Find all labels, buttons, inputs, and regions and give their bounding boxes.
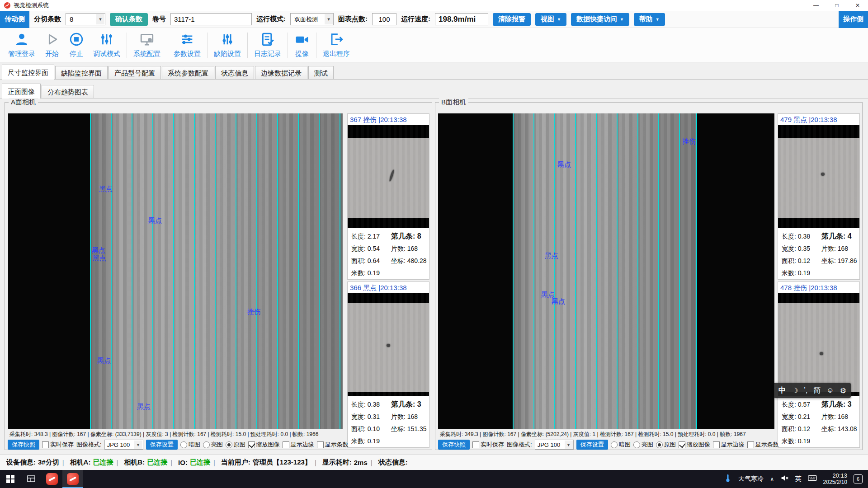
stat-cell: 面积: 0.12: [782, 425, 821, 433]
close-button[interactable]: ✕: [847, 0, 868, 11]
bright-image-radio-a[interactable]: 亮图: [203, 441, 223, 449]
run-mode-value: 双面检测: [294, 15, 318, 23]
main-tab-0[interactable]: 尺寸监控界面: [2, 65, 54, 80]
main-tab-3[interactable]: 系统参数配置: [162, 66, 214, 79]
tool-param-settings[interactable]: 参数设置: [169, 31, 205, 59]
status-value: 已连接: [93, 458, 113, 467]
ime-mode-chinese[interactable]: 中: [778, 386, 786, 395]
tool-label: 日志记录: [254, 50, 281, 58]
tool-stop[interactable]: 停止: [64, 31, 89, 59]
tool-label: 管理登录: [8, 50, 35, 58]
weather-text[interactable]: 天气寒冷: [738, 475, 764, 483]
ime-language-indicator[interactable]: 英: [795, 475, 802, 483]
help-menu-button[interactable]: 帮助: [634, 13, 665, 26]
tool-debug[interactable]: 调试模式: [89, 31, 125, 59]
radio-circle: [180, 441, 187, 448]
split-count-select[interactable]: 8: [66, 13, 105, 25]
checkbox-label: 显示条数: [325, 441, 349, 449]
chart-points-input[interactable]: 100: [372, 13, 396, 25]
tool-exit[interactable]: 退出程序: [318, 31, 354, 59]
bright-image-radio-b[interactable]: 亮图: [633, 441, 653, 449]
operate-side-button[interactable]: 操作侧: [839, 11, 868, 28]
save-settings-button-a[interactable]: 保存设置: [146, 440, 178, 450]
ime-punctuation-icon[interactable]: ’,: [804, 386, 807, 394]
start-button[interactable]: [0, 470, 21, 488]
defect-annotations-layer-b: 挫伤黑点黑点黑点黑点: [438, 113, 774, 429]
save-settings-button-b[interactable]: 保存设置: [576, 440, 608, 450]
titlebar: 视觉检测系统 — □ ✕: [0, 0, 868, 11]
ime-halfwidth-moon-icon[interactable]: ☽: [792, 386, 798, 395]
defect-annotation: 黑点: [545, 252, 558, 260]
task-view-button[interactable]: [21, 470, 42, 488]
zoom-image-checkbox-b[interactable]: 缩放图像: [679, 441, 710, 449]
tool-log[interactable]: 日志记录: [250, 31, 286, 59]
ime-toolbar: 中 ☽ ’, 简 ☺ ⚙: [774, 383, 851, 398]
realtime-save-checkbox-b[interactable]: 实时保存: [472, 441, 504, 449]
defect-annotation: 黑点: [97, 357, 111, 365]
save-snapshot-button-b[interactable]: 保存快照: [438, 440, 470, 450]
status-label: 设备信息:: [6, 458, 36, 467]
sub-tab-1[interactable]: 分布趋势图表: [42, 85, 94, 98]
maximize-button[interactable]: □: [826, 0, 847, 11]
image-format-select-a[interactable]: JPG 100: [104, 440, 143, 450]
radio-circle: [633, 441, 640, 448]
user-icon: [14, 32, 29, 49]
status-value: 3#分切: [38, 458, 59, 467]
dark-image-radio-a[interactable]: 暗图: [180, 441, 200, 449]
keyboard-icon[interactable]: [808, 474, 817, 483]
checkbox-box: [283, 441, 289, 448]
confirm-count-button[interactable]: 确认条数: [110, 13, 148, 26]
tool-label: 缺陷设置: [214, 50, 241, 58]
image-format-select-b[interactable]: JPG 100: [535, 440, 574, 450]
clock-date: 2025/2/10: [823, 479, 847, 486]
defect-card-366[interactable]: 366 黑点 |20:13:38长度: 0.38第几条: 3宽度: 0.31片数…: [347, 282, 429, 448]
app-red-logo-icon: [46, 473, 58, 485]
drive-side-button[interactable]: 传动侧: [0, 11, 29, 28]
view-menu-button[interactable]: 视图: [535, 13, 566, 26]
sub-tab-0[interactable]: 正面图像: [2, 84, 41, 99]
volume-muted-icon[interactable]: [781, 474, 789, 484]
main-tab-1[interactable]: 缺陷监控界面: [55, 66, 108, 79]
tool-defect-settings[interactable]: 缺陷设置: [209, 31, 245, 59]
notification-badge[interactable]: 6: [854, 474, 863, 483]
show-edge-checkbox-b[interactable]: 显示边缘: [713, 441, 745, 449]
taskbar-clock[interactable]: 20:13 2025/2/10: [823, 472, 847, 486]
minimize-button[interactable]: —: [806, 0, 826, 11]
original-image-radio-b[interactable]: 原图: [656, 441, 676, 449]
exit-icon: [329, 32, 344, 49]
defect-card-478[interactable]: 478 挫伤 |20:13:38长度: 0.57第几条: 3宽度: 0.21片数…: [778, 282, 860, 448]
taskbar-app-icon-1[interactable]: [42, 470, 62, 488]
run-mode-select[interactable]: 双面检测: [290, 13, 334, 25]
defect-mark: [821, 173, 825, 176]
radio-circle: [203, 441, 210, 448]
split-count-value: 8: [70, 15, 73, 23]
tool-user[interactable]: 管理登录: [4, 31, 40, 59]
show-edge-checkbox-a[interactable]: 显示边缘: [283, 441, 314, 449]
clear-alarm-button[interactable]: 清除报警: [493, 13, 531, 26]
radio-circle: [656, 441, 663, 448]
tool-system-config[interactable]: 系统配置: [129, 31, 165, 59]
save-snapshot-button-a[interactable]: 保存快照: [8, 440, 39, 450]
dark-image-radio-b[interactable]: 暗图: [611, 441, 631, 449]
ime-settings-gear-icon[interactable]: ⚙: [840, 386, 846, 395]
stat-cell: 宽度: 0.54: [351, 245, 391, 253]
zoom-image-checkbox-a[interactable]: 缩放图像: [248, 441, 280, 449]
defect-card-479[interactable]: 479 黑点 |20:13:38长度: 0.38第几条: 4宽度: 0.35片数…: [778, 113, 860, 280]
tool-play[interactable]: 开始: [40, 31, 64, 59]
data-shortcut-menu-button[interactable]: 数据快捷访问: [571, 13, 629, 26]
show-count-checkbox-a[interactable]: 显示条数: [317, 441, 349, 449]
main-tab-5[interactable]: 边缘数据记录: [255, 66, 307, 79]
ime-emoji-icon[interactable]: ☺: [826, 386, 834, 394]
show-count-checkbox-b[interactable]: 显示条数: [747, 441, 779, 449]
main-tab-2[interactable]: 产品型号配置: [108, 66, 161, 79]
main-tab-6[interactable]: 测试: [308, 66, 334, 79]
taskbar-app-icon-2-active[interactable]: [62, 470, 83, 488]
roll-number-input[interactable]: 3117-1: [170, 13, 252, 25]
main-tab-4[interactable]: 状态信息: [215, 66, 254, 79]
defect-card-367[interactable]: 367 挫伤 |20:13:38长度: 2.17第几条: 8宽度: 0.54片数…: [347, 113, 429, 280]
original-image-radio-a[interactable]: 原图: [226, 441, 245, 449]
tray-expand-icon[interactable]: ∧: [770, 476, 774, 483]
ime-simplified-toggle[interactable]: 简: [813, 386, 821, 395]
realtime-save-checkbox-a[interactable]: 实时保存: [42, 441, 74, 449]
tool-capture[interactable]: 提像: [290, 31, 314, 59]
